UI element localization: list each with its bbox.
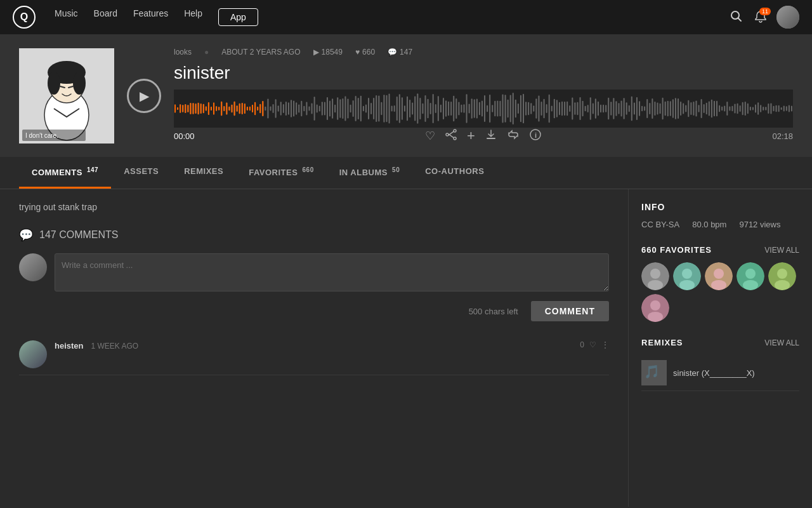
like-button[interactable]: ♡ bbox=[425, 129, 435, 143]
svg-rect-90 bbox=[373, 98, 374, 119]
svg-rect-193 bbox=[639, 101, 640, 116]
svg-rect-222 bbox=[714, 101, 715, 117]
svg-rect-60 bbox=[296, 102, 297, 115]
svg-rect-91 bbox=[376, 95, 377, 122]
comment-more-icon[interactable]: ⋮ bbox=[601, 340, 609, 349]
add-to-playlist-button[interactable]: + bbox=[467, 128, 475, 144]
tab-comments[interactable]: COMMENTS 147 bbox=[19, 157, 111, 189]
svg-rect-146 bbox=[518, 104, 519, 114]
svg-rect-145 bbox=[515, 100, 516, 117]
svg-rect-119 bbox=[448, 102, 449, 116]
svg-rect-254 bbox=[177, 107, 178, 110]
fav-avatar-2[interactable] bbox=[673, 262, 701, 290]
nav-board[interactable]: Board bbox=[94, 8, 117, 26]
svg-rect-153 bbox=[535, 98, 537, 118]
svg-point-511 bbox=[745, 269, 756, 279]
svg-rect-56 bbox=[285, 102, 287, 116]
svg-rect-164 bbox=[564, 102, 565, 116]
waveform[interactable] bbox=[174, 90, 793, 128]
svg-rect-150 bbox=[528, 102, 529, 115]
notifications-button[interactable]: 11 bbox=[754, 10, 767, 25]
comment-heart-icon[interactable]: ♡ bbox=[589, 340, 596, 349]
svg-rect-75 bbox=[334, 105, 336, 113]
svg-rect-267 bbox=[211, 107, 212, 110]
svg-rect-83 bbox=[355, 96, 357, 121]
info-title: INFO bbox=[641, 202, 799, 212]
svg-rect-258 bbox=[187, 105, 188, 112]
svg-rect-238 bbox=[755, 104, 756, 112]
player-section: I don't care. ▶ looks ● ABOUT 2 YEARS AG… bbox=[0, 35, 812, 157]
svg-rect-208 bbox=[678, 98, 679, 119]
svg-rect-206 bbox=[672, 99, 674, 118]
tab-albums[interactable]: IN ALBUMS 50 bbox=[327, 157, 413, 189]
fav-avatar-4[interactable] bbox=[737, 262, 764, 290]
comment-likes: 0 bbox=[580, 340, 584, 349]
svg-rect-170 bbox=[579, 97, 580, 120]
fav-avatar-5[interactable] bbox=[768, 262, 796, 290]
svg-point-503 bbox=[648, 280, 663, 290]
svg-point-517 bbox=[650, 300, 660, 311]
comments-count-meta: 💬 147 bbox=[388, 48, 412, 57]
svg-rect-195 bbox=[644, 106, 645, 110]
tab-assets[interactable]: ASSETS bbox=[111, 157, 171, 189]
favorites-avatars bbox=[641, 262, 799, 322]
svg-rect-122 bbox=[455, 98, 457, 119]
tab-remixes[interactable]: REMIXES bbox=[171, 157, 236, 189]
flag-button[interactable]: i bbox=[529, 128, 542, 144]
svg-rect-113 bbox=[433, 94, 434, 123]
svg-rect-78 bbox=[342, 98, 343, 119]
comment-submit-button[interactable]: COMMENT bbox=[531, 301, 609, 321]
svg-rect-76 bbox=[337, 97, 338, 119]
tab-favorites[interactable]: FAVORITES 660 bbox=[236, 157, 327, 189]
favorites-view-all[interactable]: VIEW ALL bbox=[764, 246, 799, 255]
svg-point-514 bbox=[777, 269, 787, 279]
svg-rect-161 bbox=[556, 100, 558, 117]
svg-rect-118 bbox=[445, 100, 447, 116]
nav-music[interactable]: Music bbox=[55, 8, 78, 26]
remixes-view-all[interactable]: VIEW ALL bbox=[764, 338, 799, 347]
svg-rect-173 bbox=[587, 105, 589, 112]
svg-rect-247 bbox=[778, 105, 780, 112]
comment-input[interactable] bbox=[55, 253, 609, 291]
svg-rect-81 bbox=[350, 105, 351, 112]
svg-point-6 bbox=[48, 72, 60, 95]
svg-rect-287 bbox=[262, 101, 263, 116]
play-button[interactable]: ▶ bbox=[127, 79, 161, 113]
svg-rect-239 bbox=[757, 102, 759, 115]
comment-time: 1 WEEK AGO bbox=[91, 342, 138, 351]
time-current: 00:00 bbox=[174, 131, 195, 141]
svg-rect-202 bbox=[662, 98, 664, 119]
fav-avatar-1[interactable] bbox=[641, 262, 669, 290]
svg-rect-157 bbox=[546, 104, 547, 113]
comment-body: heisten 1 WEEK AGO bbox=[55, 340, 572, 351]
right-panel: INFO CC BY-SA 80.0 bpm 9712 views 660 FA… bbox=[628, 189, 812, 507]
svg-rect-201 bbox=[660, 104, 661, 114]
svg-rect-106 bbox=[414, 97, 416, 121]
nav-features[interactable]: Features bbox=[133, 8, 168, 26]
share-button[interactable] bbox=[445, 128, 457, 144]
svg-rect-280 bbox=[244, 104, 246, 114]
nav-help[interactable]: Help bbox=[184, 8, 202, 26]
svg-rect-188 bbox=[626, 102, 627, 115]
search-button[interactable] bbox=[727, 7, 745, 28]
svg-rect-282 bbox=[249, 107, 251, 110]
commenter-avatar[interactable] bbox=[19, 340, 47, 368]
tab-coauthors[interactable]: CO-AUTHORS bbox=[412, 157, 497, 189]
svg-rect-198 bbox=[652, 98, 653, 119]
svg-rect-53 bbox=[278, 105, 279, 111]
repost-button[interactable] bbox=[507, 128, 520, 144]
svg-rect-52 bbox=[275, 99, 277, 118]
svg-rect-156 bbox=[544, 99, 545, 118]
svg-rect-89 bbox=[370, 103, 372, 114]
notification-badge: 11 bbox=[759, 8, 771, 15]
remix-item[interactable]: 🎵 sinister (X________X) bbox=[641, 355, 799, 391]
download-button[interactable] bbox=[485, 128, 497, 144]
comment-username[interactable]: heisten bbox=[55, 341, 84, 351]
svg-rect-97 bbox=[391, 105, 393, 111]
nav-app-button[interactable]: App bbox=[218, 8, 258, 26]
logo[interactable]: Q bbox=[13, 6, 36, 29]
fav-avatar-6[interactable] bbox=[641, 294, 669, 322]
svg-rect-68 bbox=[317, 104, 318, 112]
user-avatar[interactable] bbox=[776, 6, 799, 29]
fav-avatar-3[interactable] bbox=[705, 262, 733, 290]
